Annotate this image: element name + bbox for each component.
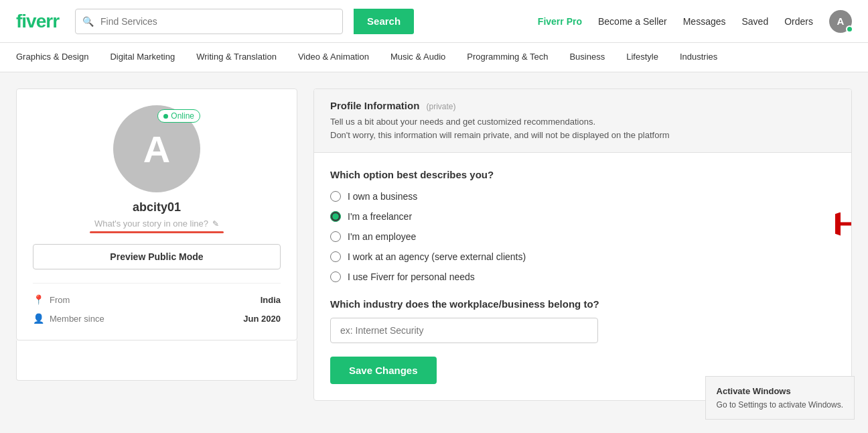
red-arrow-annotation (835, 206, 852, 245)
question1-title: Which option best describes you? (330, 169, 835, 180)
freelancer-option-wrap: I'm a freelancer (330, 211, 835, 222)
profile-info-desc1: Tell us a bit about your needs and get c… (330, 115, 835, 129)
search-bar: 🔍 (75, 9, 343, 34)
main-content: A Online abcity01 What's your story in o… (0, 72, 868, 417)
form-section: Which option best describes you? I own a… (314, 153, 851, 400)
username: abcity01 (133, 200, 181, 214)
avatar-online-badge (846, 25, 853, 33)
online-badge: Online (157, 109, 200, 123)
preview-public-mode-button[interactable]: Preview Public Mode (33, 244, 281, 269)
category-writing-translation[interactable]: Writing & Translation (186, 43, 287, 72)
radio-label-personal: I use Fiverr for personal needs (348, 271, 475, 282)
tagline-wrap: What's your story in one line? ✎ (94, 219, 219, 229)
from-value: India (261, 295, 281, 305)
profile-info-desc2: Don't worry, this information will remai… (330, 129, 835, 142)
category-music-audio[interactable]: Music & Audio (380, 43, 456, 72)
fiverr-logo[interactable]: fiverr (16, 11, 59, 32)
header: fiverr 🔍 Search Fiverr Pro Become a Sell… (0, 0, 868, 43)
private-label: (private) (427, 102, 456, 111)
nav-orders[interactable]: Orders (784, 16, 813, 27)
search-icon: 🔍 (76, 16, 100, 27)
user-avatar[interactable]: A (829, 10, 852, 33)
member-value: Jun 2020 (243, 314, 281, 324)
online-dot (163, 114, 168, 119)
category-nav: Graphics & Design Digital Marketing Writ… (0, 43, 868, 72)
radio-label-employee: I'm an employee (348, 231, 416, 242)
radio-input-business[interactable] (330, 191, 341, 202)
radio-label-agency: I work at an agency (serve external clie… (348, 251, 526, 262)
avatar-large-wrap: A Online (113, 105, 200, 192)
radio-option-freelancer[interactable]: I'm a freelancer (330, 211, 835, 222)
nav-fiverr-pro[interactable]: Fiverr Pro (538, 16, 582, 27)
radio-label-freelancer: I'm a freelancer (348, 211, 412, 222)
profile-info-title: Profile Information (private) (330, 100, 835, 111)
tagline-text: What's your story in one line? (94, 219, 208, 229)
nav-saved[interactable]: Saved (742, 16, 769, 27)
radio-option-business[interactable]: I own a business (330, 191, 835, 202)
from-label: From (50, 295, 70, 305)
radio-input-agency[interactable] (330, 251, 341, 262)
header-nav: Fiverr Pro Become a Seller Messages Save… (538, 10, 852, 33)
radio-input-employee[interactable] (330, 231, 341, 242)
nav-messages[interactable]: Messages (683, 16, 726, 27)
profile-meta: 📍 From India 👤 Member since Jun 2020 (33, 283, 281, 324)
bottom-card-stub (16, 341, 297, 381)
member-label: Member since (50, 314, 104, 324)
member-since-row: 👤 Member since Jun 2020 (33, 313, 281, 324)
category-video-animation[interactable]: Video & Animation (287, 43, 380, 72)
industry-section: Which industry does the workplace/busine… (330, 298, 835, 343)
search-button[interactable]: Search (354, 9, 414, 34)
right-panel: Profile Information (private) Tell us a … (313, 88, 852, 401)
windows-notice-desc: Go to Settings to activate Windows. (717, 399, 843, 411)
windows-activation-notice: Activate Windows Go to Settings to activ… (705, 376, 855, 418)
category-graphics-design[interactable]: Graphics & Design (16, 43, 99, 72)
radio-input-freelancer[interactable] (330, 211, 341, 222)
radio-label-business: I own a business (348, 191, 417, 202)
radio-option-agency[interactable]: I work at an agency (serve external clie… (330, 251, 835, 262)
radio-input-personal[interactable] (330, 271, 341, 282)
windows-notice-title: Activate Windows (717, 385, 843, 398)
category-industries[interactable]: Industries (669, 43, 728, 72)
nav-become-seller[interactable]: Become a Seller (598, 16, 667, 27)
search-input[interactable] (100, 16, 342, 27)
member-since-left: 👤 Member since (33, 313, 104, 324)
profile-info-header: Profile Information (private) Tell us a … (314, 89, 851, 153)
left-panel: A Online abcity01 What's your story in o… (16, 88, 297, 401)
category-programming-tech[interactable]: Programming & Tech (456, 43, 559, 72)
underline-bar (90, 231, 224, 233)
radio-group: I own a business I'm a freelancer (330, 191, 835, 282)
from-row: 📍 From India (33, 294, 281, 305)
radio-option-employee[interactable]: I'm an employee (330, 231, 835, 242)
member-icon: 👤 (33, 313, 44, 324)
category-business[interactable]: Business (559, 43, 616, 72)
profile-card: A Online abcity01 What's your story in o… (16, 88, 297, 341)
edit-tagline-icon[interactable]: ✎ (212, 219, 219, 229)
radio-option-personal[interactable]: I use Fiverr for personal needs (330, 271, 835, 282)
question2-title: Which industry does the workplace/busine… (330, 298, 835, 310)
category-digital-marketing[interactable]: Digital Marketing (99, 43, 186, 72)
industry-input[interactable] (330, 318, 598, 343)
category-lifestyle[interactable]: Lifestyle (616, 43, 669, 72)
from-left: 📍 From (33, 294, 70, 305)
save-changes-button[interactable]: Save Changes (330, 357, 437, 384)
location-icon: 📍 (33, 294, 44, 305)
